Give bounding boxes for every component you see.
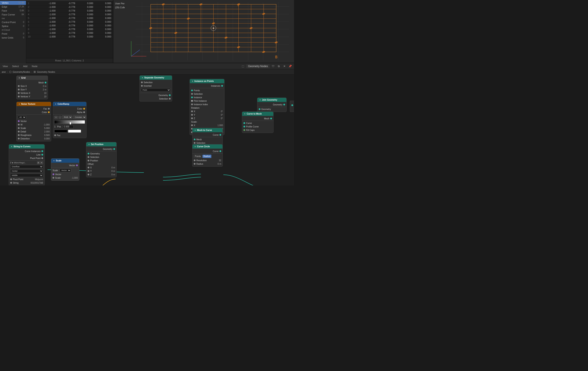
pin-icon[interactable]: 📌: [288, 64, 292, 68]
s2c-overflow-row[interactable]: Overflow: [9, 165, 44, 169]
cc-tab-radius[interactable]: Radius: [202, 155, 211, 158]
iop-instance-index-input[interactable]: Instance Index: [190, 103, 224, 106]
s2c-overflow-dropdown[interactable]: Overflow: [10, 165, 43, 168]
cc-resolution-row[interactable]: Resolution 32: [192, 159, 222, 162]
noise-detail-row[interactable]: Detail 2.000: [17, 130, 51, 133]
grid-verty-row[interactable]: Vertices Y 10: [17, 95, 48, 98]
s2c-pivot-row[interactable]: Pivot Point Midpoint: [9, 177, 44, 181]
c2m-fillcaps-input[interactable]: Fill Caps: [242, 128, 273, 132]
node-scale[interactable]: ▼ Scale Vector Scale Vector Vector: [51, 158, 79, 181]
node-mesh-to-curve[interactable]: ▼ Mesh to Curve Curve Mesh Selection: [192, 128, 223, 146]
menu-select[interactable]: Select: [11, 64, 20, 68]
sp-geometry-input[interactable]: Geometry: [86, 152, 116, 155]
attr-spline[interactable]: Spline 0: [0, 24, 26, 28]
colorramp-pos-row[interactable]: 1 Pos: [53, 125, 86, 129]
sep-geo-dropdown-row[interactable]: Point: [140, 88, 172, 92]
iop-scale-x[interactable]: X 1.000: [190, 124, 224, 127]
sp-offset-z[interactable]: Z 0 m: [86, 173, 116, 176]
attr-volume-grids[interactable]: lume Grids 0: [0, 36, 26, 40]
menu-node[interactable]: Node: [31, 64, 38, 68]
colorramp-pos-input[interactable]: [63, 125, 74, 128]
sp-offset-y[interactable]: Y 0 m: [86, 169, 116, 173]
s2c-string-row[interactable]: String 0010001TAB: [9, 181, 44, 185]
cc-tabs[interactable]: Points Radius: [192, 154, 222, 159]
scale-scale-input[interactable]: Scale Vector: [51, 168, 79, 173]
node-string-to-curves[interactable]: ▼ String to Curves Curve Instances Line …: [9, 144, 45, 186]
s2c-align-row[interactable]: Center: [9, 169, 44, 173]
noise-scale-row[interactable]: Scale 5.000: [17, 126, 51, 130]
colorramp-gradient[interactable]: [54, 120, 85, 124]
node-curve-circle[interactable]: ▼ Curve Circle Curve Points Radius Resol…: [192, 144, 223, 167]
attr-face[interactable]: Face 5.8K: [0, 9, 26, 13]
node-separate-geometry[interactable]: ▼ Separate Geometry Selection Inverted P…: [139, 75, 172, 102]
colorramp-add-btn[interactable]: +: [54, 116, 58, 119]
attr-vertex[interactable]: Vertex 11.4K: [0, 1, 26, 5]
sep-geo-selection-input[interactable]: Selection: [140, 81, 172, 84]
sep-geo-type-dropdown[interactable]: Point: [141, 88, 171, 92]
viewport-panel[interactable]: User Perspective (29) Collection | Plane…: [113, 0, 294, 63]
cc-tab-points[interactable]: Points: [194, 155, 202, 158]
join-geo-geometry-input[interactable]: Geometry: [257, 107, 286, 111]
colorramp-fac-input[interactable]: Fac: [53, 134, 86, 137]
grid-vertx-row[interactable]: Vertices X 10: [17, 91, 48, 95]
attr-edge[interactable]: Edge 17.2K: [0, 5, 26, 9]
grid-sizey-row[interactable]: Size Y 2 m: [17, 88, 48, 91]
iop-points-input[interactable]: Points: [190, 89, 224, 92]
c2m-curve-input[interactable]: Curve: [242, 121, 273, 125]
close-icon[interactable]: ✕: [282, 64, 287, 68]
s2c-valign-row[interactable]: Middle: [9, 173, 44, 177]
scale-value-input[interactable]: Scale -1.000: [51, 176, 79, 179]
node-noise-texture[interactable]: ▼ Noise Texture Fac Color 4D Vect: [16, 102, 51, 141]
noise-4d-dropdown[interactable]: 4D: [18, 115, 26, 119]
sp-offset-x[interactable]: X 0 m: [86, 166, 116, 169]
attr-face-corner[interactable]: Face Corner 0K: [0, 13, 26, 17]
s2c-align-dropdown[interactable]: Center: [10, 169, 43, 173]
iop-rot-z[interactable]: Z 0°: [190, 117, 224, 120]
colorramp-rgb-select[interactable]: RGB: [62, 115, 72, 119]
scale-vector-input[interactable]: Vector: [51, 173, 79, 176]
font-italic-btn[interactable]: ✕: [40, 161, 43, 164]
node-color-ramp[interactable]: ▼ ColorRamp Color Alpha + - RGB Constan: [53, 102, 86, 138]
breadcrumb-part1[interactable]: ane: [2, 71, 6, 73]
sp-position-input[interactable]: Position: [86, 159, 116, 162]
iop-rot-y[interactable]: Y 0°: [190, 113, 224, 117]
menu-view[interactable]: View: [2, 64, 9, 68]
node-grid[interactable]: ▼ Grid Mesh Size X 2 m Size Y 2 m: [16, 76, 48, 99]
cc-radius-row[interactable]: Radius 0 m: [192, 162, 222, 165]
node-join-geometry[interactable]: ▼ Join Geometry Geometry Geometry: [257, 98, 287, 112]
breadcrumb-part3[interactable]: Geometry Nodes: [37, 71, 55, 73]
c2m-profile-input[interactable]: Profile Curve: [242, 125, 273, 128]
grid-sizex-row[interactable]: Size X 2 m: [17, 84, 48, 88]
noise-vector-row[interactable]: Vector: [17, 119, 51, 123]
font-bold-btn[interactable]: B: [37, 161, 40, 164]
swatch-black[interactable]: [54, 130, 67, 133]
noise-distortion-row[interactable]: Distortion 0.000: [17, 137, 51, 140]
colorramp-marker[interactable]: [70, 122, 71, 124]
s2c-valign-dropdown[interactable]: Middle: [10, 174, 43, 177]
noise-roughness-row[interactable]: Roughness 0.500: [17, 133, 51, 137]
breadcrumb-part2[interactable]: GeometryNodes: [13, 71, 30, 73]
m2c-mesh-input[interactable]: Mesh: [192, 138, 222, 141]
scale-type-dropdown[interactable]: Vector: [60, 169, 71, 172]
copy-icon[interactable]: ⧉: [277, 64, 281, 68]
attr-control-point[interactable]: Control Point 0: [0, 20, 26, 24]
node-instance-on-points[interactable]: ▼ Instance on Points Instances Points Se…: [189, 79, 224, 135]
node-output-partial[interactable]: [290, 101, 294, 112]
iop-instance-input[interactable]: Instance: [190, 96, 224, 99]
iop-pick-instance-input[interactable]: Pick Instance: [190, 99, 224, 103]
swatch-white[interactable]: [68, 130, 81, 133]
colorramp-interp-select[interactable]: Constan: [73, 115, 86, 119]
node-curve-to-mesh[interactable]: ▼ Curve to Mesh Mesh Curve Profile Curve: [242, 112, 273, 133]
node-set-position[interactable]: ▼ Set Position Geometry Geometry Selecti…: [86, 142, 116, 177]
iop-rot-x[interactable]: X 0°: [190, 110, 224, 113]
sp-selection-input[interactable]: Selection: [86, 155, 116, 159]
colorramp-remove-btn[interactable]: -: [59, 116, 62, 119]
attr-point[interactable]: Point 0: [0, 32, 26, 36]
s2c-font-row[interactable]: F▼ Bfont Regul... B ✕: [9, 161, 44, 165]
noise-4d-row[interactable]: 4D: [17, 115, 51, 119]
sep-geo-inverted-input[interactable]: Inverted: [140, 84, 172, 88]
menu-add[interactable]: Add: [22, 64, 28, 68]
node-type-icon[interactable]: ⬚: [241, 64, 245, 68]
iop-selection-input[interactable]: Selection: [190, 92, 224, 96]
shield-icon[interactable]: 🛡: [271, 64, 275, 68]
